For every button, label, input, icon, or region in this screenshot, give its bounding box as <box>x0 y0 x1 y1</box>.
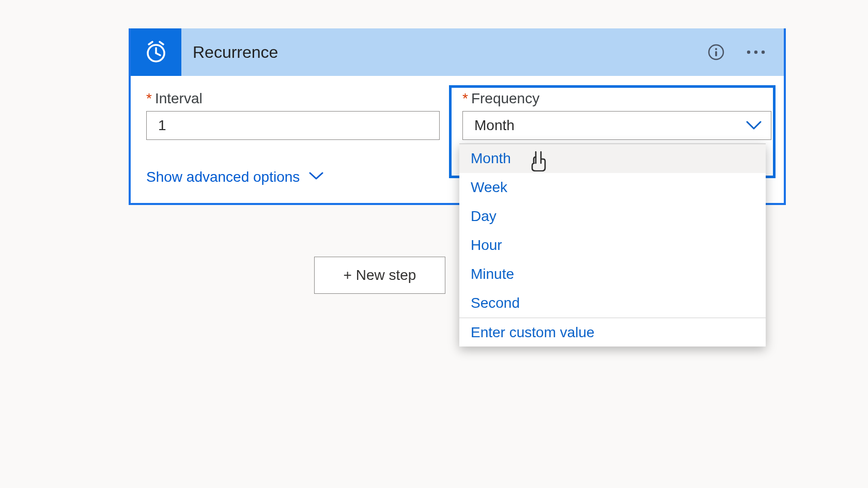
frequency-field: *Frequency Month <box>462 90 767 140</box>
chevron-down-icon <box>746 117 762 134</box>
svg-line-4 <box>160 42 163 44</box>
card-title: Recurrence <box>181 28 707 76</box>
frequency-select[interactable]: Month <box>462 111 771 140</box>
svg-point-8 <box>747 51 750 54</box>
frequency-dropdown: Month Week Day Hour Minute Second Enter … <box>459 144 766 347</box>
svg-point-6 <box>715 48 717 50</box>
dropdown-option-custom[interactable]: Enter custom value <box>459 318 766 347</box>
frequency-label-text: Frequency <box>471 90 539 106</box>
info-icon[interactable] <box>707 43 725 61</box>
dropdown-option-week[interactable]: Week <box>459 173 766 202</box>
dropdown-option-minute[interactable]: Minute <box>459 260 766 289</box>
dropdown-option-day[interactable]: Day <box>459 202 766 231</box>
header-actions <box>707 28 784 76</box>
svg-point-9 <box>754 51 757 54</box>
svg-line-3 <box>149 42 152 44</box>
dropdown-option-second[interactable]: Second <box>459 289 766 318</box>
chevron-down-icon <box>309 172 323 182</box>
frequency-selected-value: Month <box>474 117 515 134</box>
dropdown-option-hour[interactable]: Hour <box>459 231 766 260</box>
interval-input[interactable] <box>146 111 440 140</box>
svg-point-10 <box>762 51 765 54</box>
dropdown-option-month[interactable]: Month <box>459 144 766 173</box>
interval-label: *Interval <box>146 90 451 107</box>
more-icon[interactable] <box>746 48 766 56</box>
svg-rect-7 <box>715 51 717 56</box>
clock-icon <box>131 28 181 76</box>
frequency-label: *Frequency <box>462 90 767 107</box>
interval-field: *Interval <box>146 90 451 140</box>
new-step-button[interactable]: + New step <box>314 257 445 294</box>
svg-line-2 <box>156 53 160 55</box>
interval-label-text: Interval <box>155 90 203 106</box>
card-header: Recurrence <box>131 28 784 76</box>
show-advanced-options-link[interactable]: Show advanced options <box>146 169 300 185</box>
